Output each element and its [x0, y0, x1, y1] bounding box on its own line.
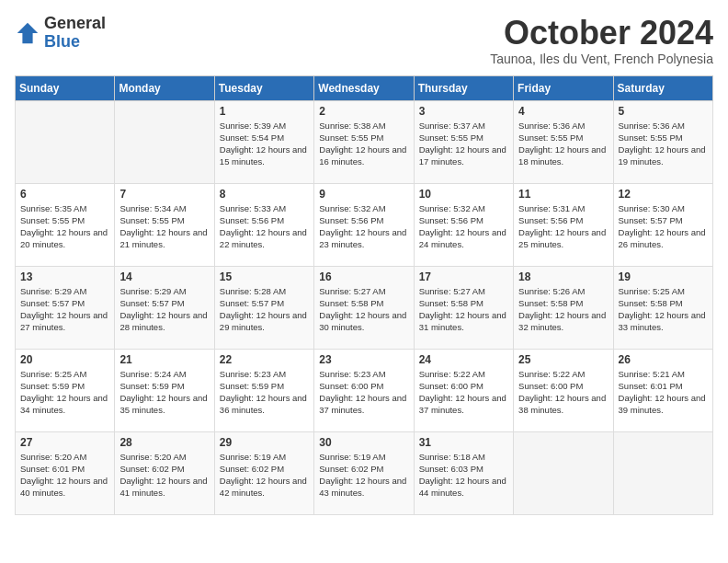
- sunset-text: Sunset: 5:57 PM: [20, 298, 85, 308]
- day-info: Sunrise: 5:37 AM Sunset: 5:55 PM Dayligh…: [419, 120, 508, 168]
- daylight-text: Daylight: 12 hours and 28 minutes.: [119, 310, 207, 332]
- day-number: 15: [220, 270, 309, 283]
- table-row: 9 Sunrise: 5:32 AM Sunset: 5:56 PM Dayli…: [314, 183, 414, 266]
- sunset-text: Sunset: 5:55 PM: [20, 215, 85, 225]
- calendar-week-5: 27 Sunrise: 5:20 AM Sunset: 6:01 PM Dayl…: [16, 431, 713, 514]
- day-info: Sunrise: 5:27 AM Sunset: 5:58 PM Dayligh…: [319, 285, 408, 334]
- day-info: Sunrise: 5:36 AM Sunset: 5:55 PM Dayligh…: [619, 120, 708, 168]
- logo-text: General Blue: [44, 15, 106, 52]
- title-area: October 2024 Taunoa, Iles du Vent, Frenc…: [490, 15, 713, 66]
- sunset-text: Sunset: 5:55 PM: [419, 132, 483, 143]
- day-number: 2: [319, 105, 408, 118]
- sunrise-text: Sunrise: 5:30 AM: [619, 203, 685, 213]
- daylight-text: Daylight: 12 hours and 22 minutes.: [220, 227, 307, 249]
- table-row: 2 Sunrise: 5:38 AM Sunset: 5:55 PM Dayli…: [314, 100, 414, 183]
- sunset-text: Sunset: 5:55 PM: [319, 132, 383, 143]
- sunset-text: Sunset: 5:57 PM: [619, 215, 683, 225]
- table-row: 7 Sunrise: 5:34 AM Sunset: 5:55 PM Dayli…: [115, 183, 214, 266]
- sunrise-text: Sunrise: 5:22 AM: [518, 369, 585, 379]
- sunset-text: Sunset: 6:02 PM: [119, 464, 184, 474]
- col-sunday: Sunday: [16, 75, 115, 100]
- logo-blue: Blue: [44, 33, 106, 52]
- sunset-text: Sunset: 5:58 PM: [619, 298, 683, 308]
- table-row: 23 Sunrise: 5:23 AM Sunset: 6:00 PM Dayl…: [314, 349, 414, 431]
- sunset-text: Sunset: 5:59 PM: [20, 381, 85, 391]
- day-number: 3: [419, 105, 508, 118]
- daylight-text: Daylight: 12 hours and 18 minutes.: [518, 144, 606, 167]
- day-info: Sunrise: 5:22 AM Sunset: 6:00 PM Dayligh…: [518, 368, 608, 417]
- daylight-text: Daylight: 12 hours and 37 minutes.: [319, 393, 406, 415]
- day-number: 17: [419, 270, 508, 283]
- day-info: Sunrise: 5:25 AM Sunset: 5:58 PM Dayligh…: [619, 285, 708, 334]
- sunset-text: Sunset: 5:58 PM: [319, 298, 383, 308]
- header-row: Sunday Monday Tuesday Wednesday Thursday…: [16, 75, 713, 100]
- table-row: 1 Sunrise: 5:39 AM Sunset: 5:54 PM Dayli…: [214, 100, 313, 183]
- table-row: 20 Sunrise: 5:25 AM Sunset: 5:59 PM Dayl…: [16, 349, 115, 431]
- location-subtitle: Taunoa, Iles du Vent, French Polynesia: [490, 52, 713, 66]
- table-row: 27 Sunrise: 5:20 AM Sunset: 6:01 PM Dayl…: [16, 431, 115, 514]
- sunset-text: Sunset: 5:56 PM: [319, 215, 383, 225]
- daylight-text: Daylight: 12 hours and 16 minutes.: [319, 144, 406, 167]
- col-thursday: Thursday: [414, 75, 513, 100]
- col-monday: Monday: [115, 75, 214, 100]
- table-row: 26 Sunrise: 5:21 AM Sunset: 6:01 PM Dayl…: [613, 349, 712, 431]
- daylight-text: Daylight: 12 hours and 40 minutes.: [20, 476, 108, 498]
- sunset-text: Sunset: 5:55 PM: [119, 215, 184, 225]
- daylight-text: Daylight: 12 hours and 24 minutes.: [419, 227, 506, 249]
- day-number: 31: [419, 436, 508, 449]
- sunset-text: Sunset: 5:57 PM: [220, 298, 284, 308]
- daylight-text: Daylight: 12 hours and 38 minutes.: [518, 393, 606, 415]
- day-number: 10: [419, 188, 508, 201]
- day-number: 5: [619, 105, 708, 118]
- month-title: October 2024: [490, 15, 713, 52]
- day-number: 9: [319, 188, 408, 201]
- day-number: 4: [518, 105, 608, 118]
- daylight-text: Daylight: 12 hours and 27 minutes.: [20, 310, 108, 332]
- table-row: 16 Sunrise: 5:27 AM Sunset: 5:58 PM Dayl…: [314, 266, 414, 349]
- daylight-text: Daylight: 12 hours and 41 minutes.: [119, 476, 207, 498]
- daylight-text: Daylight: 12 hours and 20 minutes.: [20, 227, 108, 249]
- svg-marker-1: [17, 23, 38, 43]
- table-row: 31 Sunrise: 5:18 AM Sunset: 6:03 PM Dayl…: [414, 431, 513, 514]
- sunrise-text: Sunrise: 5:37 AM: [419, 121, 485, 131]
- sunset-text: Sunset: 5:55 PM: [518, 132, 583, 143]
- day-number: 7: [119, 188, 209, 201]
- sunrise-text: Sunrise: 5:29 AM: [119, 286, 186, 296]
- sunset-text: Sunset: 6:01 PM: [20, 464, 85, 474]
- day-number: 18: [518, 270, 608, 283]
- sunset-text: Sunset: 6:02 PM: [319, 464, 383, 474]
- day-info: Sunrise: 5:39 AM Sunset: 5:54 PM Dayligh…: [220, 120, 309, 168]
- sunset-text: Sunset: 5:59 PM: [119, 381, 184, 391]
- daylight-text: Daylight: 12 hours and 43 minutes.: [319, 476, 406, 498]
- daylight-text: Daylight: 12 hours and 26 minutes.: [619, 227, 706, 249]
- sunrise-text: Sunrise: 5:35 AM: [20, 203, 86, 213]
- day-info: Sunrise: 5:32 AM Sunset: 5:56 PM Dayligh…: [419, 202, 508, 251]
- sunset-text: Sunset: 5:59 PM: [220, 381, 284, 391]
- sunrise-text: Sunrise: 5:20 AM: [20, 452, 86, 462]
- day-info: Sunrise: 5:35 AM Sunset: 5:55 PM Dayligh…: [20, 202, 109, 251]
- day-info: Sunrise: 5:25 AM Sunset: 5:59 PM Dayligh…: [20, 368, 109, 417]
- day-number: 6: [20, 188, 109, 201]
- table-row: [514, 431, 613, 514]
- table-row: 21 Sunrise: 5:24 AM Sunset: 5:59 PM Dayl…: [115, 349, 214, 431]
- logo-icon: [15, 20, 40, 46]
- day-number: 11: [518, 188, 608, 201]
- table-row: 12 Sunrise: 5:30 AM Sunset: 5:57 PM Dayl…: [613, 183, 712, 266]
- sunrise-text: Sunrise: 5:21 AM: [619, 369, 685, 379]
- sunrise-text: Sunrise: 5:34 AM: [119, 203, 186, 213]
- sunrise-text: Sunrise: 5:19 AM: [220, 452, 286, 462]
- sunset-text: Sunset: 5:58 PM: [419, 298, 483, 308]
- table-row: 14 Sunrise: 5:29 AM Sunset: 5:57 PM Dayl…: [115, 266, 214, 349]
- sunrise-text: Sunrise: 5:25 AM: [20, 369, 86, 379]
- daylight-text: Daylight: 12 hours and 39 minutes.: [619, 393, 706, 415]
- day-number: 30: [319, 436, 408, 449]
- sunset-text: Sunset: 6:01 PM: [619, 381, 683, 391]
- table-row: [115, 100, 214, 183]
- day-info: Sunrise: 5:18 AM Sunset: 6:03 PM Dayligh…: [419, 451, 508, 500]
- sunrise-text: Sunrise: 5:26 AM: [518, 286, 585, 296]
- day-info: Sunrise: 5:26 AM Sunset: 5:58 PM Dayligh…: [518, 285, 608, 334]
- sunrise-text: Sunrise: 5:19 AM: [319, 452, 385, 462]
- day-number: 14: [119, 270, 209, 283]
- day-number: 25: [518, 353, 608, 366]
- day-info: Sunrise: 5:24 AM Sunset: 5:59 PM Dayligh…: [119, 368, 209, 417]
